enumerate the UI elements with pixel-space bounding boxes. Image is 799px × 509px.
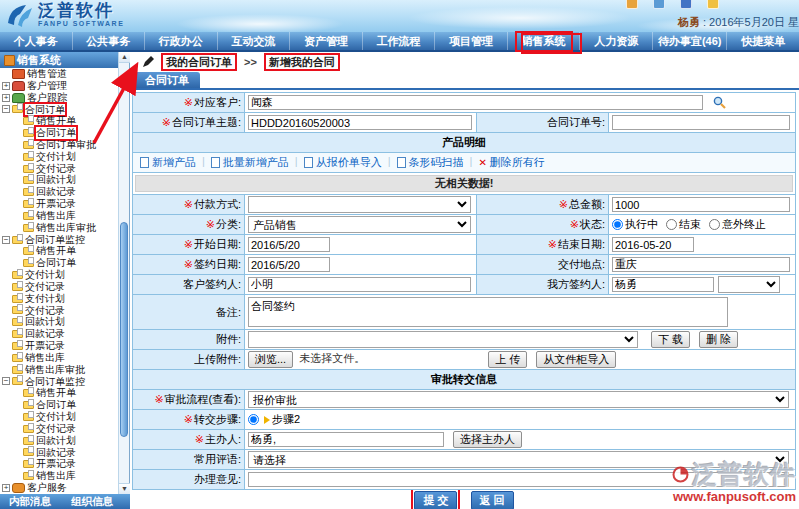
scroll-up-icon[interactable]: ▲ — [119, 52, 130, 63]
delete-button[interactable]: 删 除 — [699, 331, 738, 348]
category-select[interactable]: 产品销售 — [248, 216, 471, 233]
tab-org-info[interactable]: 组织信息 — [71, 495, 113, 509]
tab-internal-message[interactable]: 内部消息 — [9, 495, 51, 509]
sidebar-item-回款计划[interactable]: 回款计划 — [0, 174, 118, 186]
total-input[interactable] — [612, 197, 790, 212]
back-button[interactable]: 返 回 — [471, 491, 514, 509]
nav-item-10[interactable]: 快捷菜单 — [727, 32, 799, 50]
place-input[interactable] — [612, 257, 790, 272]
sidebar-item-销售开单[interactable]: 销售开单 — [0, 245, 118, 257]
sidebar-item-交付记录[interactable]: 交付记录 — [0, 163, 118, 175]
status-option-执行中[interactable]: 执行中 — [612, 218, 658, 230]
choose-organizer-button[interactable]: 选择主办人 — [453, 431, 522, 448]
sidebar-item-客户管理[interactable]: +客户管理 — [0, 80, 118, 92]
step-radio[interactable] — [248, 414, 259, 425]
subject-input[interactable] — [248, 115, 472, 130]
sidebar-item-回款计划[interactable]: 回款计划 — [0, 435, 118, 447]
sidebar-item-交付记录[interactable]: 交付记录 — [0, 423, 118, 435]
quickbar-icon[interactable] — [626, 0, 638, 9]
sidebar-item-支付计划[interactable]: 支付计划 — [0, 293, 118, 305]
start-date-input[interactable] — [248, 237, 330, 252]
remark-textarea[interactable]: 合同签约 — [248, 297, 728, 327]
nav-item-9[interactable]: 待办事宜(46) — [653, 32, 728, 50]
sidebar-item-开票记录[interactable]: 开票记录 — [0, 340, 118, 352]
status-radio[interactable] — [612, 219, 623, 230]
collapse-minus-icon[interactable]: − — [2, 105, 10, 113]
from-cabinet-button[interactable]: 从文件柜导入 — [536, 351, 616, 368]
scroll-down-icon[interactable]: ▼ — [119, 483, 130, 494]
submit-button[interactable]: 提 交 — [414, 491, 457, 509]
sidebar-item-交付计划[interactable]: 交付计划 — [0, 151, 118, 163]
sidebar-item-回款计划[interactable]: 回款计划 — [0, 316, 118, 328]
sidebar-item-合同订单监控[interactable]: −合同订单监控 — [0, 376, 118, 388]
upload-button[interactable]: 上 传 — [488, 351, 527, 368]
tool-条形码扫描[interactable]: 条形码扫描 — [397, 155, 464, 167]
sidebar-item-客户服务[interactable]: +客户服务 — [0, 482, 118, 494]
scrollbar-thumb[interactable] — [120, 222, 128, 437]
quickbar-icon[interactable] — [680, 0, 692, 9]
sidebar-item-交付记录[interactable]: 交付记录 — [0, 305, 118, 317]
expand-plus-icon[interactable]: + — [2, 94, 10, 102]
expand-plus-icon[interactable]: + — [2, 82, 10, 90]
approval-flow-select[interactable]: 报价审批 — [248, 391, 789, 408]
tool-新增产品[interactable]: 新增产品 — [140, 155, 196, 167]
nav-item-8[interactable]: 人力资源 — [580, 32, 653, 50]
sidebar-item-回款记录[interactable]: 回款记录 — [0, 447, 118, 459]
nav-item-2[interactable]: 行政办公 — [145, 32, 218, 50]
collapse-minus-icon[interactable]: − — [2, 377, 10, 385]
common-comment-select[interactable]: 请选择 — [248, 451, 789, 468]
opinion-input[interactable] — [248, 472, 789, 487]
step-option[interactable]: 步骤2 — [248, 413, 300, 425]
status-radio[interactable] — [666, 219, 677, 230]
our-signer-input[interactable] — [612, 277, 714, 292]
sidebar-item-合同订单[interactable]: 合同订单 — [0, 399, 118, 411]
payment-select[interactable] — [248, 196, 471, 213]
sidebar-item-销售出库[interactable]: 销售出库 — [0, 352, 118, 364]
sign-date-input[interactable] — [248, 257, 330, 272]
breadcrumb-item[interactable]: 我的合同订单 — [161, 53, 237, 71]
sidebar-item-销售出库[interactable]: 销售出库 — [0, 470, 118, 482]
customer-input[interactable] — [248, 95, 703, 110]
organizer-input[interactable] — [248, 432, 444, 447]
sidebar-item-合同订单[interactable]: 合同订单 — [0, 257, 118, 269]
nav-item-4[interactable]: 资产管理 — [290, 32, 363, 50]
nav-item-1[interactable]: 公共事务 — [73, 32, 146, 50]
sidebar-item-回款记录[interactable]: 回款记录 — [0, 186, 118, 198]
download-button[interactable]: 下 载 — [651, 331, 690, 348]
status-option-结束[interactable]: 结束 — [666, 218, 701, 230]
order-no-input[interactable] — [612, 115, 790, 130]
nav-item-6[interactable]: 项目管理 — [435, 32, 508, 50]
nav-item-0[interactable]: 个人事务 — [0, 32, 73, 50]
sidebar-item-合同订单[interactable]: 合同订单 — [0, 127, 118, 139]
tool-批量新增产品[interactable]: 批量新增产品 — [211, 155, 289, 167]
quickbar-icon[interactable] — [653, 0, 665, 9]
status-option-意外终止[interactable]: 意外终止 — [709, 218, 766, 230]
status-radio[interactable] — [709, 219, 720, 230]
search-icon[interactable] — [713, 96, 726, 109]
sidebar-item-销售开单[interactable]: 销售开单 — [0, 387, 118, 399]
tool-删除所有行[interactable]: ✕删除所有行 — [478, 155, 544, 167]
nav-item-5[interactable]: 工作流程 — [363, 32, 436, 50]
sidebar-scrollbar[interactable]: ▲ ▼ — [118, 52, 129, 494]
cust-signer-input[interactable] — [248, 277, 471, 292]
browse-button[interactable]: 浏览... — [248, 351, 293, 368]
sidebar-item-客户跟踪[interactable]: +客户跟踪 — [0, 92, 118, 104]
breadcrumb-item[interactable]: 新增我的合同 — [264, 53, 340, 71]
nav-item-7[interactable]: 销售系统 — [508, 32, 581, 50]
tool-从报价单导入[interactable]: 从报价单导入 — [304, 155, 382, 167]
sidebar-item-交付计划[interactable]: 交付计划 — [0, 411, 118, 423]
sidebar-item-销售出库审批[interactable]: 销售出库审批 — [0, 364, 118, 376]
sidebar-item-合同订单[interactable]: −合同订单 — [0, 103, 118, 115]
attachment-select[interactable] — [248, 331, 638, 348]
tab-contract-order[interactable]: 合同订单 — [134, 72, 200, 88]
sidebar-item-销售开单[interactable]: 销售开单 — [0, 115, 118, 127]
sidebar-item-销售出库审批[interactable]: 销售出库审批 — [0, 222, 118, 234]
quickbar-icon[interactable] — [707, 0, 719, 9]
sidebar-item-合同订单审批[interactable]: 合同订单审批 — [0, 139, 118, 151]
collapse-minus-icon[interactable]: − — [2, 236, 10, 244]
sidebar-item-回款记录[interactable]: 回款记录 — [0, 328, 118, 340]
end-date-input[interactable] — [612, 237, 694, 252]
sidebar-item-销售管道[interactable]: 销售管道 — [0, 68, 118, 80]
our-signer-select[interactable] — [718, 276, 780, 293]
expand-plus-icon[interactable]: + — [2, 484, 10, 492]
